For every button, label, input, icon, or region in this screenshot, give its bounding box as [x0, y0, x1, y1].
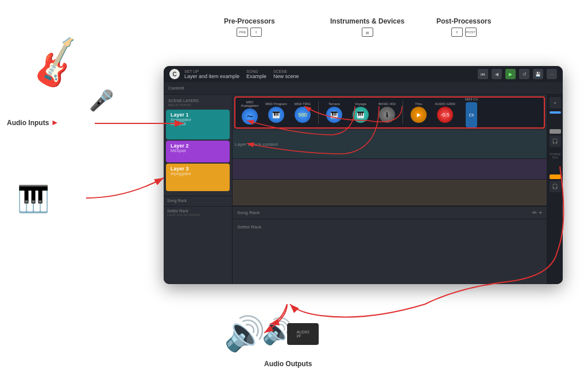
song-rack-row: Song Rack ✏ +: [233, 206, 547, 219]
daw-titlebar: C SET UP Layer and item example SONG Exa…: [164, 66, 563, 82]
setup-title: SET UP Layer and item example: [184, 69, 239, 79]
daw-transport: ⏮ ◀ ▶ ↺ 💾 ···: [478, 69, 557, 79]
volume-fader-1[interactable]: [550, 117, 561, 134]
terrace-device[interactable]: Terrace 🎹: [322, 102, 347, 123]
speaker-large: 🔊: [224, 314, 265, 353]
arpeggiator-icon: 〜: [242, 108, 258, 125]
post-processors-section: Post-Processors ≡ POST: [436, 17, 491, 37]
right-add-btn[interactable]: +: [550, 97, 561, 108]
post-icon-1: ≡: [451, 28, 463, 37]
basic003-device[interactable]: BASIC 003 ℹ: [374, 102, 400, 123]
daw-toolbar-secondary: Cantrell: [164, 82, 563, 95]
daw-content: Scene Layers MULTI SYNTH Layer 1 Arpeggi…: [164, 95, 563, 284]
terrace-icon: 🎹: [326, 107, 342, 123]
setlist-rack: Setlist Rack Layer and list trackles: [164, 206, 232, 219]
play-btn[interactable]: ▶: [505, 69, 516, 79]
headphone-btn[interactable]: 🎧: [550, 135, 561, 147]
volume-fader-2[interactable]: [550, 162, 561, 179]
loop-btn[interactable]: ↺: [519, 69, 529, 79]
inst-icon: ▤: [362, 28, 373, 37]
daw-window: C SET UP Layer and item example SONG Exa…: [164, 66, 563, 284]
audio-grid-device[interactable]: AUDIO GRID -0.5: [432, 102, 458, 123]
guitar-icon: 🎸: [26, 34, 87, 93]
layers-panel: Scene Layers MULTI SYNTH Layer 1 Arpeggi…: [164, 95, 233, 284]
midi-arpeggiator-device[interactable]: MIDI Arpeggiator 〜: [237, 100, 262, 125]
instruments-strip: MIDI Arpeggiator 〜 MIDI Program 🎹 MIDI T…: [234, 96, 545, 129]
song-title: SONG Example: [246, 69, 266, 79]
pre-icon-1: PRE: [237, 28, 248, 37]
audio-outputs-label: Audio Outputs: [264, 360, 312, 368]
layer-3[interactable]: Layer 3 Arpeggiator: [166, 164, 230, 191]
midi-ch-device[interactable]: MIDI Ch Ch: [459, 98, 484, 127]
basic003-icon: ℹ: [379, 107, 395, 123]
voyage-icon: 🎹: [353, 107, 369, 123]
microphone-icon: 🎤: [89, 89, 114, 112]
instruments-title: Instruments & Devices: [330, 17, 404, 25]
setlist-rack-row: Setlist Rack: [233, 219, 547, 235]
layers-header: Scene Layers MULTI SYNTH: [164, 97, 232, 108]
thru-icon: ▶: [411, 107, 427, 123]
audio-grid-icon: -0.5: [437, 107, 453, 123]
divider-2: [403, 101, 403, 124]
instruments-section: Instruments & Devices ▤: [330, 17, 404, 37]
divider-1: [318, 101, 319, 124]
thru-device[interactable]: Thru ▶: [406, 102, 431, 123]
track-row-3: [233, 180, 547, 206]
midi-ch-icon: Ch: [466, 102, 477, 127]
audio-meter-1: [550, 111, 561, 114]
daw-logo: C: [169, 69, 180, 79]
save-btn[interactable]: 💾: [533, 69, 543, 79]
song-rack: Song Rack: [164, 196, 232, 205]
pre-processor-devices: MIDI Arpeggiator 〜 MIDI Program 🎹 MIDI T…: [237, 100, 315, 125]
keyboard-icon: 🎹: [17, 184, 49, 214]
pre-processors-section: Pre-Processors PRE ≡: [224, 17, 275, 37]
track-area: MIDI Arpeggiator 〜 MIDI Program 🎹 MIDI T…: [233, 95, 547, 284]
audio-interface: AUDIOI/F: [287, 323, 319, 345]
midi-program-icon: 🎹: [268, 107, 284, 123]
rewind-btn[interactable]: ⏮: [478, 69, 488, 79]
pre-processors-title: Pre-Processors: [224, 17, 275, 25]
pre-icon-2: ≡: [250, 28, 262, 37]
post-processor-devices: Thru ▶ AUDIO GRID -0.5 MIDI Ch Ch: [406, 98, 484, 127]
prev-btn[interactable]: ◀: [492, 69, 502, 79]
scene-title: SCENE New scene: [273, 69, 299, 79]
layer-2[interactable]: Layer 2 MIDIpad: [166, 141, 230, 162]
instrument-devices: Terrace 🎹 Voyage 🎹 BASIC 003 ℹ: [322, 102, 400, 123]
midi-trig-icon: 500: [295, 107, 311, 123]
right-panel: + 🎧 AnalogOut 🎧: [547, 95, 563, 284]
right-section-2: AnalogOut: [550, 152, 560, 160]
daw-title-section: SET UP Layer and item example SONG Examp…: [184, 69, 473, 79]
layer-1[interactable]: Layer 1 Arpeggiator MIDIpad: [166, 110, 230, 139]
midi-trig-device[interactable]: MIDI TRIG 500: [290, 102, 315, 123]
midi-program-device[interactable]: MIDI Program 🎹: [264, 102, 289, 123]
song-rack-edit[interactable]: ✏ +: [532, 209, 542, 216]
more-btn[interactable]: ···: [547, 69, 557, 79]
audio-inputs-label: Audio Inputs ►: [7, 118, 59, 127]
headphone-btn-2[interactable]: 🎧: [550, 181, 561, 192]
track-row-2: [233, 159, 547, 180]
track-row-1: Layer 1 track content: [233, 130, 547, 159]
post-processors-title: Post-Processors: [436, 17, 491, 25]
post-icon-2: POST: [465, 28, 477, 37]
voyage-device[interactable]: Voyage 🎹: [348, 102, 373, 123]
